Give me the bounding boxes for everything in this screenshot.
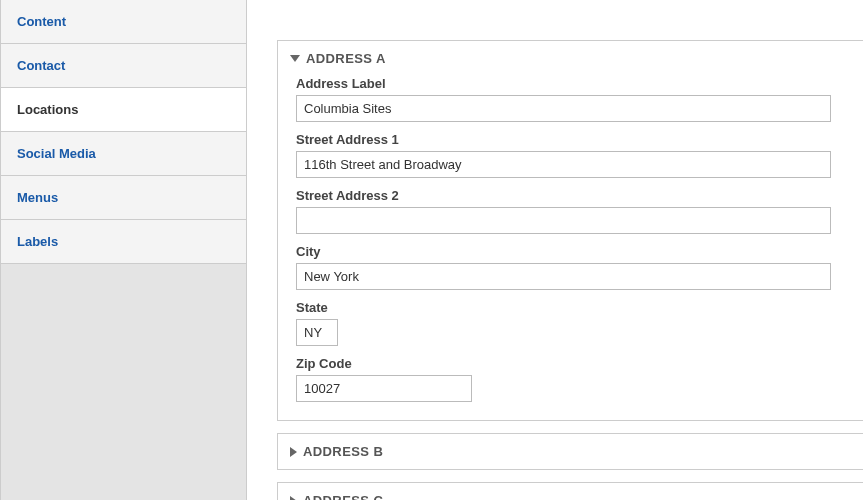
field-label-address-label: Address Label — [296, 76, 845, 91]
fieldset-toggle-address-c[interactable]: ADDRESS C — [278, 483, 863, 500]
fieldset-title: ADDRESS C — [303, 493, 383, 500]
main-panel: ADDRESS A Address Label Street Address 1… — [247, 0, 863, 500]
chevron-right-icon — [290, 447, 297, 457]
fieldset-body-address-a: Address Label Street Address 1 Street Ad… — [278, 76, 863, 416]
field-label-city: City — [296, 244, 845, 259]
field-street2: Street Address 2 — [296, 188, 845, 234]
field-label-street2: Street Address 2 — [296, 188, 845, 203]
fieldset-toggle-address-a[interactable]: ADDRESS A — [278, 41, 863, 76]
field-label-street1: Street Address 1 — [296, 132, 845, 147]
field-label-state: State — [296, 300, 845, 315]
field-city: City — [296, 244, 845, 290]
sidebar-tab-locations[interactable]: Locations — [1, 88, 246, 132]
sidebar: Content Contact Locations Social Media M… — [0, 0, 247, 500]
street2-input[interactable] — [296, 207, 831, 234]
fieldset-address-c: ADDRESS C — [277, 482, 863, 500]
sidebar-filler — [1, 264, 246, 500]
sidebar-tab-social-media[interactable]: Social Media — [1, 132, 246, 176]
field-state: State — [296, 300, 845, 346]
fieldset-address-a: ADDRESS A Address Label Street Address 1… — [277, 40, 863, 421]
sidebar-tab-content[interactable]: Content — [1, 0, 246, 44]
field-label-zip: Zip Code — [296, 356, 845, 371]
address-label-input[interactable] — [296, 95, 831, 122]
state-input[interactable] — [296, 319, 338, 346]
field-address-label: Address Label — [296, 76, 845, 122]
chevron-down-icon — [290, 55, 300, 62]
sidebar-tab-labels[interactable]: Labels — [1, 220, 246, 264]
sidebar-tab-contact[interactable]: Contact — [1, 44, 246, 88]
zip-input[interactable] — [296, 375, 472, 402]
fieldset-title: ADDRESS B — [303, 444, 383, 459]
chevron-right-icon — [290, 496, 297, 501]
sidebar-tab-menus[interactable]: Menus — [1, 176, 246, 220]
fieldset-toggle-address-b[interactable]: ADDRESS B — [278, 434, 863, 469]
city-input[interactable] — [296, 263, 831, 290]
fieldset-title: ADDRESS A — [306, 51, 386, 66]
field-street1: Street Address 1 — [296, 132, 845, 178]
fieldset-address-b: ADDRESS B — [277, 433, 863, 470]
field-zip: Zip Code — [296, 356, 845, 402]
street1-input[interactable] — [296, 151, 831, 178]
